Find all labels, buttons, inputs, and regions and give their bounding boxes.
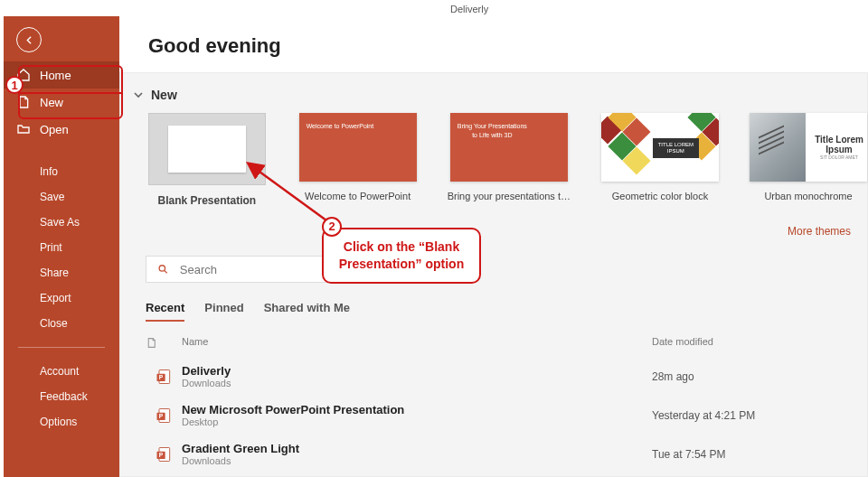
section-new-label: New	[151, 88, 177, 102]
template-3d[interactable]: Bring Your Presentationsto Life with 3D …	[448, 113, 571, 207]
nav-close[interactable]: Close	[4, 311, 119, 336]
list-item[interactable]: P DeliverlyDownloads 28m ago	[146, 357, 867, 396]
content-panel: New Blank Presentation Welcome to PowerP…	[119, 72, 868, 477]
main-area: Good evening New Blank Presentation Welc…	[119, 16, 868, 477]
greeting-heading: Good evening	[148, 34, 868, 58]
template-thumb	[148, 113, 266, 185]
nav-open[interactable]: Open	[4, 116, 119, 143]
template-geometric[interactable]: TITLE LOREMIPSUM Geometric color block	[601, 113, 719, 207]
template-thumb: Bring Your Presentationsto Life with 3D	[450, 113, 568, 182]
folder-icon	[16, 122, 31, 136]
list-item[interactable]: P Chapter_EfficiencyDownloads July 6	[146, 473, 867, 477]
nav-label: Home	[40, 69, 71, 82]
powerpoint-file-icon: P	[155, 445, 173, 463]
chevron-down-icon	[131, 88, 146, 102]
template-caption: Bring your presentations t…	[448, 191, 571, 201]
nav-save-as[interactable]: Save As	[4, 210, 119, 235]
back-arrow-icon	[24, 34, 35, 46]
nav-label: New	[40, 96, 63, 109]
svg-text:P: P	[159, 374, 164, 380]
tab-recent[interactable]: Recent	[146, 301, 184, 322]
annotation-step2-badge: 2	[322, 217, 342, 237]
template-caption: Geometric color block	[601, 191, 719, 201]
template-thumb: Welcome to PowerPoint	[299, 113, 417, 182]
nav-feedback[interactable]: Feedback	[4, 384, 119, 409]
tab-shared[interactable]: Shared with Me	[264, 301, 350, 322]
list-item[interactable]: P Gradient Green LightDownloads Tue at 7…	[146, 435, 867, 473]
list-item[interactable]: P New Microsoft PowerPoint PresentationD…	[146, 396, 867, 435]
nav-label: Open	[40, 123, 69, 136]
template-urban[interactable]: Title LoremIpsumSIT DOLOR AMET Urban mon…	[750, 113, 867, 207]
template-blank-presentation[interactable]: Blank Presentation	[146, 113, 269, 207]
recent-file-hint: Deliverly	[450, 4, 488, 14]
svg-point-0	[159, 266, 165, 271]
nav-share[interactable]: Share	[4, 260, 119, 285]
nav-info[interactable]: Info	[4, 159, 119, 184]
nav-save[interactable]: Save	[4, 184, 119, 210]
powerpoint-file-icon: P	[155, 368, 173, 386]
template-caption: Welcome to PowerPoint	[299, 191, 417, 201]
template-thumb: TITLE LOREMIPSUM	[601, 113, 719, 182]
search-icon	[157, 263, 169, 276]
file-icon	[16, 95, 31, 109]
template-caption: Blank Presentation	[146, 194, 269, 207]
back-button[interactable]	[16, 27, 42, 52]
more-themes-link[interactable]: More themes	[788, 225, 851, 238]
svg-text:P: P	[159, 413, 164, 419]
recent-list: Name Date modified P DeliverlyDownloads …	[146, 331, 867, 477]
template-caption: Urban monochrome	[750, 191, 867, 201]
powerpoint-file-icon: P	[155, 407, 173, 425]
annotation-step1-badge: 1	[5, 76, 24, 94]
file-header-icon	[146, 336, 157, 350]
annotation-step2-callout: 2 Click on the “Blank Presentation” opti…	[322, 228, 481, 284]
nav-options[interactable]: Options	[4, 409, 119, 435]
col-date: Date modified	[652, 336, 713, 351]
annotation-step2-text: Click on the “Blank Presentation” option	[339, 239, 464, 271]
annotation-step1-divider	[20, 92, 121, 94]
tab-pinned[interactable]: Pinned	[204, 301, 243, 322]
list-header: Name Date modified	[146, 331, 867, 357]
section-new-header[interactable]: New	[131, 88, 867, 102]
template-strip: Blank Presentation Welcome to PowerPoint…	[120, 102, 867, 207]
template-welcome[interactable]: Welcome to PowerPoint Welcome to PowerPo…	[299, 113, 417, 207]
col-name: Name	[182, 336, 652, 351]
nav-account[interactable]: Account	[4, 359, 119, 384]
nav-print[interactable]: Print	[4, 235, 119, 260]
nav-export[interactable]: Export	[4, 285, 119, 311]
svg-text:P: P	[159, 452, 164, 458]
recent-tabs: Recent Pinned Shared with Me	[146, 301, 867, 322]
template-thumb: Title LoremIpsumSIT DOLOR AMET	[750, 113, 867, 182]
